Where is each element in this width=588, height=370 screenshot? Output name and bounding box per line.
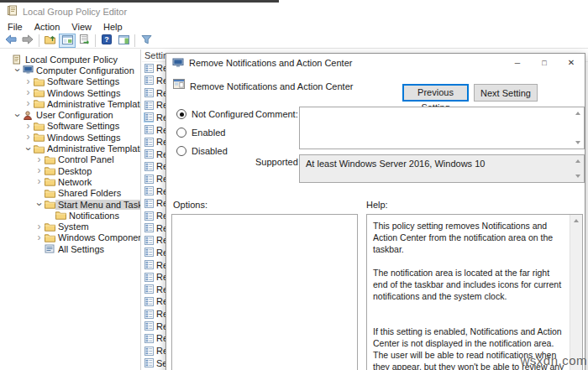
gpedit-icon — [7, 5, 18, 18]
chevron-right-icon[interactable]: › — [34, 177, 44, 186]
tree-item-desktop[interactable]: ›Desktop — [0, 165, 140, 176]
tree-item-control-panel[interactable]: ›Control Panel — [0, 154, 140, 165]
tree-item-computer-configuration[interactable]: ›Computer Configuration — [0, 65, 140, 76]
tree-item-windows-components[interactable]: ›Windows Components — [0, 232, 140, 243]
policy-item-icon — [144, 309, 154, 319]
previous-setting-button[interactable]: Previous Setting — [402, 84, 469, 102]
svg-text:?: ? — [104, 35, 109, 44]
policy-item-icon — [144, 346, 154, 356]
policy-item-icon — [144, 88, 154, 98]
all-settings-icon — [44, 244, 55, 253]
options-label: Options: — [173, 200, 207, 210]
forward-arrow-icon[interactable] — [19, 34, 36, 48]
tree-item-label: Control Panel — [55, 154, 117, 164]
chevron-down-icon[interactable]: › — [13, 111, 22, 120]
minimize-icon[interactable]: ─ — [504, 54, 531, 71]
folder-icon — [33, 133, 45, 142]
menu-item-help[interactable]: Help — [97, 22, 129, 32]
tree-item-all-settings[interactable]: All Settings — [0, 243, 140, 254]
scroll-down-icon[interactable] — [575, 175, 580, 178]
radio-circle-icon — [176, 128, 186, 138]
chevron-down-icon[interactable]: › — [34, 200, 44, 209]
radio-enabled[interactable]: Enabled — [176, 126, 254, 139]
policy-item-icon — [144, 248, 154, 258]
tree-item-administrative-templates[interactable]: ›Administrative Templates — [0, 98, 140, 109]
state-radio-group: Not ConfiguredEnabledDisabled — [176, 107, 254, 163]
help-paragraph: This policy setting removes Notification… — [373, 220, 565, 255]
policy-item-icon — [144, 161, 154, 171]
tree-item-windows-settings[interactable]: ›Windows Settings — [0, 87, 140, 98]
radio-label: Not Configured — [192, 109, 254, 119]
tree-item-notifications[interactable]: Notifications — [0, 210, 140, 221]
supported-on-text: At least Windows Server 2016, Windows 10 — [306, 159, 485, 169]
toolbar-separator — [134, 34, 135, 47]
help-icon[interactable]: ? — [98, 34, 115, 48]
tree-item-network[interactable]: ›Network — [0, 176, 140, 187]
filter-icon — [141, 34, 152, 46]
tree-item-local-computer-policy[interactable]: Local Computer Policy — [0, 54, 140, 65]
chevron-right-icon[interactable]: › — [24, 133, 33, 142]
chevron-down-icon[interactable]: › — [13, 65, 22, 75]
radio-disabled[interactable]: Disabled — [176, 144, 254, 158]
policy-item-icon — [144, 272, 154, 282]
radio-not-configured[interactable]: Not Configured — [176, 107, 254, 121]
chevron-right-icon[interactable]: › — [34, 155, 44, 164]
filter-icon[interactable] — [138, 34, 155, 48]
policy-item-icon — [144, 211, 154, 221]
chevron-right-icon[interactable]: › — [24, 88, 33, 97]
chevron-right-icon[interactable]: › — [24, 77, 33, 86]
tree-item-administrative-templates[interactable]: ›Administrative Templates — [0, 143, 140, 154]
chevron-right-icon[interactable]: › — [24, 122, 33, 131]
policy-item-icon — [144, 235, 154, 245]
tree-item-user-configuration[interactable]: ›User Configuration — [0, 109, 140, 120]
console-tree-icon[interactable] — [59, 34, 76, 48]
next-setting-button[interactable]: Next Setting — [474, 84, 538, 102]
tree-item-start-menu-and-taskbar[interactable]: ›Start Menu and Taskbar — [0, 199, 140, 210]
tree-item-label: Desktop — [55, 166, 94, 176]
back-arrow-icon[interactable] — [3, 34, 19, 48]
chevron-right-icon[interactable]: › — [34, 233, 44, 242]
policy-item-icon — [144, 284, 154, 294]
up-folder-icon[interactable] — [42, 34, 59, 48]
tree-item-shared-folders[interactable]: Shared Folders — [0, 188, 140, 199]
export-list-icon[interactable] — [76, 34, 92, 48]
policy-item-icon — [144, 296, 154, 306]
dialog-heading: Remove Notifications and Action Center — [190, 81, 353, 91]
chevron-right-icon[interactable]: › — [34, 166, 44, 175]
chevron-right-icon[interactable]: › — [34, 222, 44, 232]
chevron-right-icon[interactable]: › — [24, 99, 33, 108]
policy-item-icon — [144, 198, 154, 208]
scroll-up-icon[interactable] — [574, 219, 579, 222]
folder-icon — [44, 200, 55, 209]
up-folder-icon — [45, 34, 56, 46]
policy-item-icon — [144, 174, 154, 184]
tree-item-software-settings[interactable]: ›Software Settings — [0, 76, 140, 87]
tree-item-software-settings[interactable]: ›Software Settings — [0, 121, 140, 132]
action-pane-icon — [118, 35, 129, 46]
tree-item-label: Local Computer Policy — [23, 55, 120, 65]
maximize-icon[interactable]: □ — [531, 54, 558, 71]
action-pane-icon[interactable] — [115, 34, 132, 48]
menu-item-file[interactable]: File — [2, 22, 29, 32]
tree-item-label: All Settings — [55, 244, 107, 254]
tree-item-windows-settings[interactable]: ›Windows Settings — [0, 132, 140, 143]
menu-item-view[interactable]: View — [66, 22, 97, 32]
tree-item-label: Windows Settings — [45, 88, 123, 98]
radio-circle-icon — [176, 109, 186, 119]
dialog-title: Remove Notifications and Action Center — [189, 58, 352, 68]
scroll-up-icon[interactable] — [575, 159, 580, 163]
toolbar: ? — [0, 33, 588, 49]
help-icon: ? — [102, 34, 112, 46]
help-scrollbar[interactable] — [570, 215, 582, 370]
tree-item-system[interactable]: ›System — [0, 221, 140, 232]
comment-input[interactable] — [299, 107, 585, 149]
scroll-down-icon[interactable] — [575, 141, 580, 144]
folder-icon — [44, 166, 55, 175]
chevron-down-icon[interactable]: › — [24, 144, 33, 154]
tree-item-label: Administrative Templates — [45, 143, 141, 154]
tree-item-label: User Configuration — [34, 110, 116, 120]
folder-icon — [33, 122, 45, 131]
scroll-up-icon[interactable] — [575, 112, 580, 115]
menu-item-action[interactable]: Action — [29, 22, 66, 32]
close-icon[interactable]: ✕ — [558, 54, 585, 71]
